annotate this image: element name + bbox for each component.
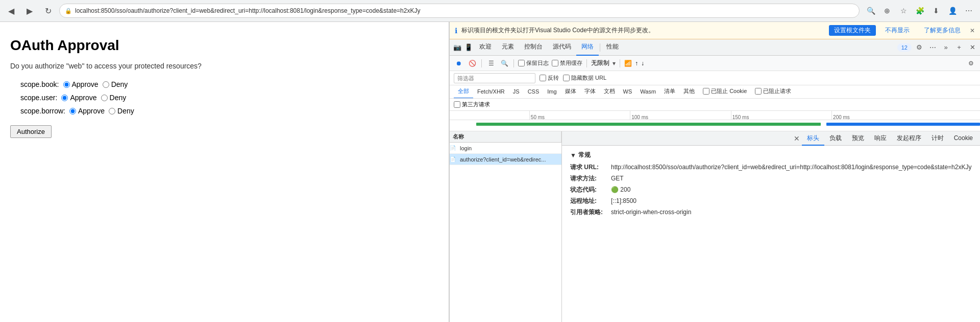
login-file-name: login xyxy=(458,145,561,151)
detail-tab-timing[interactable]: 计时 xyxy=(926,131,949,146)
detail-val-referrer: strict-origin-when-cross-origin xyxy=(611,208,972,217)
hide-data-checkbox[interactable]: 隐藏数据 URL xyxy=(563,74,606,82)
tab-sources[interactable]: 源代码 xyxy=(548,39,576,56)
third-party-checkbox[interactable]: 第三方请求 xyxy=(454,101,490,108)
authorize-file-name: authorize?client_id=web&redirec... xyxy=(458,156,561,163)
menu-button[interactable]: ⋯ xyxy=(962,4,976,18)
invert-checkbox[interactable]: 反转 xyxy=(540,74,559,82)
invert-input[interactable] xyxy=(540,75,546,81)
filter-tab-media[interactable]: 媒体 xyxy=(561,85,580,99)
filter-tab-doc[interactable]: 文档 xyxy=(600,85,619,99)
scope-user-approve-label[interactable]: Approve xyxy=(61,94,96,102)
timeline-waterfall xyxy=(450,121,980,131)
blocked-cookie-checkbox[interactable] xyxy=(703,88,709,95)
address-bar[interactable]: 🔒 localhost:8500/sso/oauth/authorize?cli… xyxy=(59,4,860,18)
scope-user-approve-text: Approve xyxy=(70,94,96,102)
filter-tab-ws[interactable]: WS xyxy=(619,85,636,99)
devtools-panel: ℹ 标识项目的根文件夹以打开Visual Studio Code中的源文件并同步… xyxy=(449,22,980,322)
filter-toggle-button[interactable]: ☰ xyxy=(486,58,496,68)
profile-button[interactable]: 👤 xyxy=(945,4,960,18)
infobar-close-icon[interactable]: ✕ xyxy=(970,27,975,34)
scope-borrow-deny-label[interactable]: Deny xyxy=(109,107,134,115)
forward-button[interactable]: ▶ xyxy=(22,4,37,18)
clear-button[interactable]: 🚫 xyxy=(467,58,477,68)
scope-user-deny-label[interactable]: Deny xyxy=(101,94,127,102)
section-arrow-icon: ▼ xyxy=(570,152,576,159)
scope-book-approve-radio[interactable] xyxy=(63,81,70,88)
detail-tab-headers[interactable]: 标头 xyxy=(802,131,824,146)
disable-cache-checkbox[interactable]: 禁用缓存 xyxy=(552,59,582,67)
filter-tab-font[interactable]: 字体 xyxy=(580,85,600,99)
preserve-log-checkbox[interactable]: 保留日志 xyxy=(518,59,549,67)
filter-tab-all[interactable]: 全部 xyxy=(454,85,473,99)
scope-borrow-approve-label[interactable]: Approve xyxy=(69,107,105,115)
scope-book-deny-label[interactable]: Deny xyxy=(103,80,128,88)
refresh-button[interactable]: ↻ xyxy=(41,4,55,18)
blocked-req-checkbox[interactable] xyxy=(755,88,762,95)
filter-tab-img[interactable]: Img xyxy=(543,85,560,99)
detail-section-title[interactable]: ▼ 常规 xyxy=(570,151,972,159)
tab-more-icon[interactable]: » xyxy=(940,42,951,53)
tab-network[interactable]: 网络 xyxy=(576,39,599,56)
detail-close-icon[interactable]: ✕ xyxy=(794,131,802,145)
settings-icon[interactable]: ⚙ xyxy=(914,42,925,53)
scope-user-deny-text: Deny xyxy=(110,94,127,102)
third-party-input[interactable] xyxy=(454,101,460,108)
zoom-button[interactable]: ⊕ xyxy=(880,4,894,18)
tab-console[interactable]: 控制台 xyxy=(519,39,548,56)
back-button[interactable]: ◀ xyxy=(4,4,18,18)
filter-tab-other[interactable]: 其他 xyxy=(679,85,699,99)
search-button[interactable]: 🔍 xyxy=(864,4,878,18)
filter-tab-fetch[interactable]: Fetch/XHR xyxy=(473,85,509,99)
filter-tab-manifest[interactable]: 清单 xyxy=(660,85,679,99)
devtools-screenshot-icon[interactable]: 📷 xyxy=(452,42,463,53)
star-button[interactable]: ☆ xyxy=(896,4,911,18)
filter-input[interactable] xyxy=(454,73,535,83)
disable-cache-input[interactable] xyxy=(552,60,558,66)
more-options-icon[interactable]: ⋯ xyxy=(927,42,938,53)
tab-performance[interactable]: 性能 xyxy=(601,39,624,56)
tab-elements[interactable]: 元素 xyxy=(497,39,519,56)
filter-tab-blocked-cookie[interactable]: 已阻止 Cookie xyxy=(699,85,751,99)
scope-borrow-approve-radio[interactable] xyxy=(69,108,76,114)
tab-welcome[interactable]: 欢迎 xyxy=(474,39,497,56)
detail-tab-preview[interactable]: 预览 xyxy=(847,131,869,146)
scope-borrow-deny-radio[interactable] xyxy=(109,108,115,114)
scope-book-deny-radio[interactable] xyxy=(103,81,109,88)
info-icon: ℹ xyxy=(455,27,457,35)
devtools-close-icon[interactable]: ✕ xyxy=(967,42,978,53)
extensions-button[interactable]: 🧩 xyxy=(913,4,927,18)
network-row-login[interactable]: 📄 login xyxy=(450,143,561,154)
scope-item-book: scope.book: Approve Deny xyxy=(20,80,438,88)
devtools-body: 名称 📄 login 📄 authorize?client_id=web&red… xyxy=(450,131,980,322)
detail-row-referrer: 引用者策略: strict-origin-when-cross-origin xyxy=(570,208,972,217)
no-more-button[interactable]: 不再显示 xyxy=(880,25,915,36)
detail-tab-cookies[interactable]: Cookie xyxy=(949,131,978,146)
hide-data-input[interactable] xyxy=(563,75,570,81)
network-row-authorize[interactable]: 📄 authorize?client_id=web&redirec... xyxy=(450,154,561,165)
filter-tab-js[interactable]: JS xyxy=(509,85,524,99)
third-party-row: 第三方请求 xyxy=(450,99,980,111)
filter-tab-blocked-req[interactable]: 已阻止请求 xyxy=(751,85,795,99)
timeline-marker-50ms: 50 ms xyxy=(529,111,545,120)
infobar-text: 标识项目的根文件夹以打开Visual Studio Code中的源文件并同步更改… xyxy=(461,26,825,35)
network-settings-icon[interactable]: ⚙ xyxy=(966,58,976,68)
tab-add-icon[interactable]: + xyxy=(953,42,965,53)
scope-user-deny-radio[interactable] xyxy=(101,95,108,101)
scope-user-approve-radio[interactable] xyxy=(61,95,68,101)
authorize-button[interactable]: Authorize xyxy=(10,125,52,138)
detail-tab-initiator[interactable]: 发起程序 xyxy=(892,131,926,146)
devtools-device-icon[interactable]: 📱 xyxy=(463,42,474,53)
filter-tab-css[interactable]: CSS xyxy=(524,85,544,99)
search-toggle-button[interactable]: 🔍 xyxy=(499,58,509,68)
learn-more-button[interactable]: 了解更多信息 xyxy=(919,25,966,36)
filter-tab-wasm[interactable]: Wasm xyxy=(636,85,660,99)
set-root-button[interactable]: 设置根文件夹 xyxy=(829,25,876,36)
detail-tab-response[interactable]: 响应 xyxy=(869,131,892,146)
throttle-dropdown-icon[interactable]: ▾ xyxy=(612,60,616,67)
download-button[interactable]: ⬇ xyxy=(929,4,943,18)
record-button[interactable]: ⏺ xyxy=(454,58,464,68)
preserve-log-input[interactable] xyxy=(518,60,525,66)
scope-book-approve-label[interactable]: Approve xyxy=(63,80,99,88)
detail-tab-payload[interactable]: 负载 xyxy=(824,131,847,146)
